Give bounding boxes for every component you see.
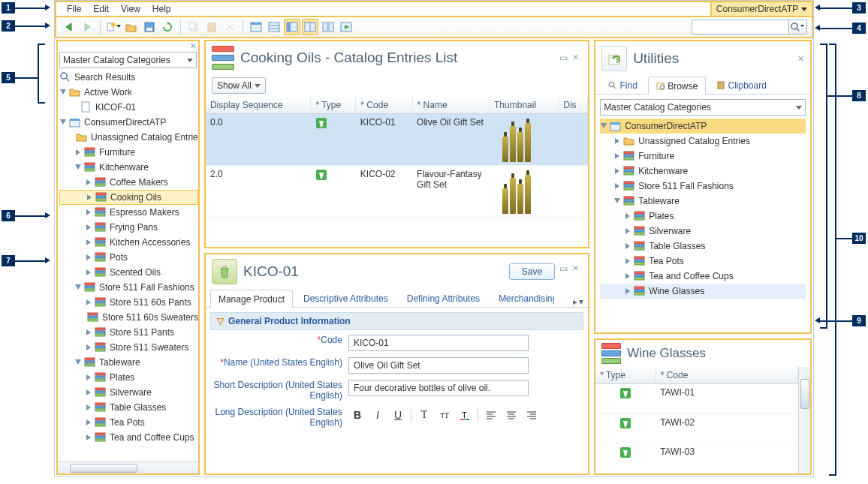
view-tree-button[interactable]	[248, 19, 264, 35]
tree-store-root[interactable]: ConsumerDirectATP	[59, 115, 198, 130]
tree-item[interactable]: Table Glasses	[59, 400, 198, 415]
code-field[interactable]	[348, 335, 529, 351]
forward-button[interactable]	[79, 19, 95, 35]
column-header[interactable]: Dis	[559, 97, 588, 114]
table-row[interactable]: 2.0 KICO-02 Flavour-Fantasy Gift Set	[206, 166, 588, 218]
font-size-down-button[interactable]: ᴛT	[436, 407, 454, 423]
tree-item[interactable]: Store 511 60s Pants	[59, 295, 198, 310]
explorer-filter-combo[interactable]: Master Catalog Categories	[59, 52, 197, 68]
tree-item[interactable]: Plates	[600, 209, 806, 224]
name-field[interactable]	[348, 357, 529, 374]
tree-item[interactable]: Furniture	[600, 149, 806, 164]
tree-item[interactable]: Store 511 Sweaters	[59, 340, 198, 355]
align-left-button[interactable]	[482, 407, 500, 423]
column-header[interactable]: * Type	[311, 97, 356, 114]
new-button[interactable]	[105, 19, 122, 35]
column-header[interactable]: * Type	[595, 367, 656, 384]
tree-item[interactable]: Store 511 60s Sweaters	[59, 310, 198, 325]
tree-item[interactable]: Tableware	[59, 355, 198, 370]
close-icon[interactable]: ✕	[572, 263, 579, 280]
section-general-info[interactable]: ▽ General Product Information	[210, 312, 583, 330]
view-list-button[interactable]	[266, 19, 282, 35]
open-button[interactable]	[123, 19, 140, 35]
table-row[interactable]: TAWI-03	[595, 443, 797, 473]
view-split-button[interactable]	[302, 19, 318, 35]
minimize-icon[interactable]: ▭	[559, 53, 568, 63]
tree-item[interactable]: Scented Oils	[59, 265, 198, 280]
search-button[interactable]	[789, 20, 807, 35]
horizontal-scrollbar[interactable]	[58, 461, 198, 473]
table-row[interactable]: TAWI-02	[595, 413, 797, 443]
column-header[interactable]: Thumbnail	[490, 97, 559, 114]
tree-item[interactable]: Frying Pans	[59, 220, 198, 235]
tree-item[interactable]: Espresso Makers	[59, 205, 198, 220]
tree-item[interactable]: Tea Pots	[59, 415, 198, 430]
tab-defining-attrs[interactable]: Defining Attributes	[399, 289, 488, 307]
font-size-up-button[interactable]: T	[415, 407, 433, 423]
tab-clipboard[interactable]: Clipboard	[708, 76, 775, 94]
tree-item[interactable]: Furniture	[59, 145, 198, 160]
tree-search-results[interactable]: Search Results	[59, 70, 198, 85]
tree-item[interactable]: KICOF-01	[59, 100, 198, 115]
menu-file[interactable]: File	[61, 2, 87, 16]
tree-item[interactable]: Kitchenware	[59, 160, 198, 175]
tree-item[interactable]: Pots	[59, 250, 198, 265]
underline-button[interactable]: U	[389, 407, 407, 423]
paste-button[interactable]	[203, 19, 220, 35]
column-header[interactable]: * Name	[412, 97, 489, 114]
italic-button[interactable]: I	[369, 407, 387, 423]
tree-store-root[interactable]: ConsumerDirectATP	[600, 119, 806, 134]
tree-item[interactable]: Store 511 Fall Fashions	[600, 179, 806, 194]
search-input[interactable]	[692, 20, 789, 35]
close-icon[interactable]: ✕	[572, 53, 579, 63]
column-header[interactable]: * Code	[356, 97, 412, 114]
tab-manage-product[interactable]: Manage Product	[210, 290, 293, 308]
table-row[interactable]: 0.0 KICO-01 Olive Oil Gift Set	[206, 114, 588, 166]
tree-active-work[interactable]: Active Work	[59, 85, 198, 100]
tree-item[interactable]: Wine Glasses	[600, 284, 806, 299]
bold-button[interactable]: B	[348, 407, 366, 423]
save-button[interactable]	[141, 19, 158, 35]
column-header[interactable]: Display Sequence	[206, 97, 311, 114]
tree-item[interactable]: Tea and Coffee Cups	[59, 430, 198, 445]
tab-browse[interactable]: Browse	[648, 77, 706, 95]
tree-item[interactable]: Tea and Coffee Cups	[600, 269, 806, 284]
tree-item[interactable]: Unassigned Catalog Entries	[600, 134, 806, 149]
vertical-scrollbar[interactable]	[798, 367, 810, 473]
view-columns-button[interactable]	[320, 19, 336, 35]
view-export-button[interactable]	[338, 19, 354, 35]
tree-item[interactable]: Unassigned Catalog Entries	[59, 130, 198, 145]
tree-item[interactable]: Store 511 Pants	[59, 325, 198, 340]
tree-item[interactable]: Silverware	[59, 385, 198, 400]
back-button[interactable]	[61, 19, 77, 35]
tree-item[interactable]: Kitchenware	[600, 164, 806, 179]
tree-item[interactable]: Tea Pots	[600, 254, 806, 269]
chevron-down-icon[interactable]: ▾	[579, 296, 583, 307]
table-row[interactable]: TAWI-01	[595, 384, 797, 414]
view-detail-button[interactable]	[284, 19, 300, 35]
save-button[interactable]: Save	[509, 263, 555, 280]
refresh-button[interactable]	[159, 19, 176, 35]
tab-merchandising[interactable]: Merchandising	[490, 289, 555, 307]
font-color-button[interactable]: T	[456, 407, 474, 423]
copy-button[interactable]	[185, 19, 202, 35]
tree-item[interactable]: Kitchen Accessories	[59, 235, 198, 250]
tree-item[interactable]: Table Glasses	[600, 239, 806, 254]
menu-edit[interactable]: Edit	[87, 2, 115, 16]
tab-find[interactable]: Find	[600, 76, 646, 94]
column-header[interactable]: * Code	[656, 367, 797, 384]
short-desc-field[interactable]	[348, 380, 529, 396]
store-selector[interactable]: ConsumerDirectATP	[710, 2, 812, 16]
tree-item[interactable]: Silverware	[600, 224, 806, 239]
menu-view[interactable]: View	[115, 2, 146, 16]
tab-descriptive-attrs[interactable]: Descriptive Attributes	[295, 289, 396, 307]
tree-item[interactable]: Store 511 Fall Fashions	[59, 280, 198, 295]
tree-item[interactable]: Coffee Makers	[59, 175, 198, 190]
minimize-icon[interactable]: ▭	[559, 263, 568, 280]
show-all-button[interactable]: Show All	[212, 77, 266, 94]
align-center-button[interactable]	[502, 407, 520, 423]
tree-item[interactable]: Plates	[59, 370, 198, 385]
utilities-filter-combo[interactable]: Master Catalog Categories	[600, 99, 806, 116]
menu-help[interactable]: Help	[146, 2, 177, 16]
tree-item[interactable]: Cooking Oils	[59, 190, 198, 205]
